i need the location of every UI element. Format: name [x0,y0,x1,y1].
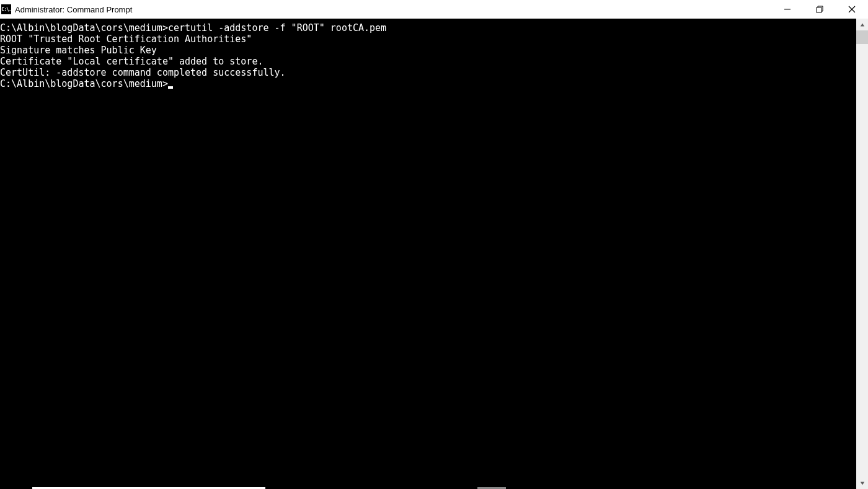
chevron-up-icon [860,22,865,27]
close-button[interactable] [836,0,868,19]
window-controls [771,0,868,19]
terminal-line: ROOT "Trusted Root Certification Authori… [0,34,856,45]
terminal-line: Signature matches Public Key [0,45,856,56]
chevron-down-icon [860,481,865,486]
terminal-line: C:\Albin\blogData\cors\medium> [0,78,856,89]
minimize-icon [784,6,791,13]
window-title: Administrator: Command Prompt [15,5,771,14]
scroll-track[interactable] [856,30,868,477]
window-titlebar: C:\. Administrator: Command Prompt [0,0,868,19]
vertical-scrollbar[interactable] [856,19,868,489]
svg-marker-4 [860,23,864,26]
maximize-button[interactable] [804,0,836,19]
terminal-line: Certificate "Local certificate" added to… [0,56,856,67]
terminal-line: CertUtil: -addstore command completed su… [0,67,856,78]
scroll-up-button[interactable] [856,19,868,30]
maximize-icon [816,6,823,13]
minimize-button[interactable] [771,0,804,19]
svg-marker-5 [860,482,864,485]
svg-rect-1 [817,7,822,12]
close-icon [848,6,856,13]
cmd-icon-text: C:\. [1,7,11,12]
terminal-line: C:\Albin\blogData\cors\medium>certutil -… [0,22,856,34]
terminal-cursor [168,86,173,89]
terminal-area: C:\Albin\blogData\cors\medium>certutil -… [0,19,868,489]
cmd-icon: C:\. [1,4,11,14]
terminal-output[interactable]: C:\Albin\blogData\cors\medium>certutil -… [0,19,856,489]
scroll-down-button[interactable] [856,477,868,489]
scroll-thumb[interactable] [856,30,868,44]
